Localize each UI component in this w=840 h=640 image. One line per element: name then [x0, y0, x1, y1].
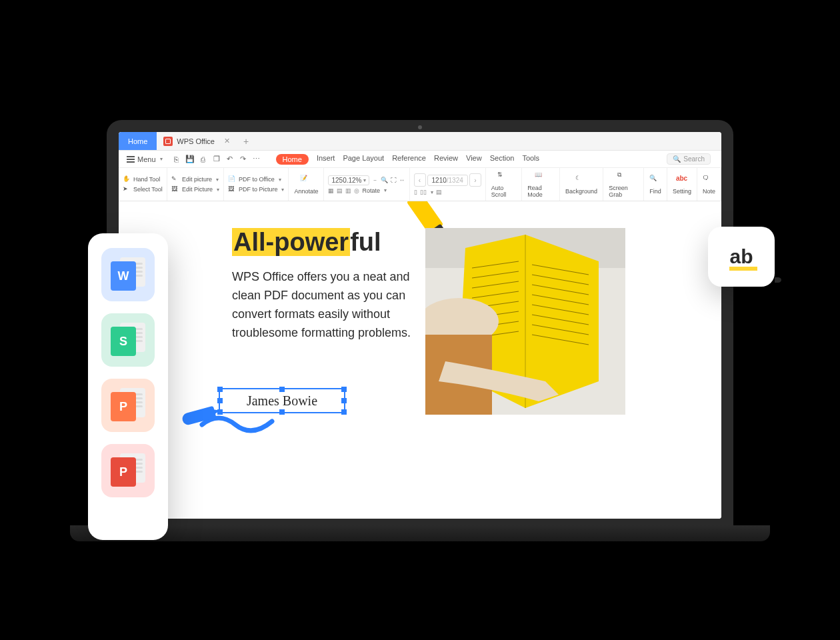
laptop-frame: Home WPS Office ✕ + Menu ▾ ⎘ 💾 ⎙ ❐ ↶ ↷	[107, 120, 733, 527]
ribbon-tab-insert[interactable]: Insert	[317, 154, 335, 165]
annotate-button[interactable]: 📝 Annotate	[289, 168, 324, 201]
document-photo	[425, 228, 625, 415]
writer-icon: W	[111, 261, 136, 291]
app-window: Home WPS Office ✕ + Menu ▾ ⎘ 💾 ⎙ ❐ ↶ ↷	[119, 132, 721, 519]
layout3-icon[interactable]: ▤	[436, 189, 442, 195]
spreadsheet-app-tile[interactable]: S	[101, 313, 155, 367]
undo-icon[interactable]: ↶	[225, 155, 235, 164]
print-preview-icon[interactable]: ❐	[212, 155, 221, 164]
find-icon: 🔍	[649, 175, 661, 187]
tab-add-icon[interactable]: +	[243, 136, 249, 147]
fit-width-icon[interactable]: ↔	[399, 177, 405, 183]
search-placeholder: Search	[683, 155, 705, 163]
hamburger-icon	[127, 159, 135, 160]
tab-document[interactable]: WPS Office ✕	[157, 137, 237, 146]
page-prev-button[interactable]: ‹	[414, 173, 426, 187]
find-button[interactable]: 🔍Find	[644, 168, 667, 201]
print-icon[interactable]: ⎙	[199, 155, 208, 164]
signature-text: James Bowie	[220, 393, 344, 409]
ribbon-tab-reference[interactable]: Reference	[392, 154, 426, 165]
ribbon-tab-tools[interactable]: Tools	[522, 154, 539, 165]
auto-scroll-icon: ⇅	[497, 171, 509, 183]
more-icon[interactable]: ⋯	[252, 155, 261, 164]
zoom-input[interactable]: 1250.12%▾	[328, 175, 369, 185]
quick-access-toolbar: ⎘ 💾 ⎙ ❐ ↶ ↷ ⋯	[172, 155, 261, 164]
chevron-down-icon: ▾	[160, 156, 163, 162]
presentation-icon: P	[111, 392, 136, 421]
thumb2-icon[interactable]: ▤	[337, 187, 343, 194]
writer-app-tile[interactable]: W	[101, 248, 155, 301]
screenshot-icon: ⧉	[617, 171, 629, 183]
document-body-text: WPS Office offers you a neat and clean P…	[232, 268, 412, 343]
document-canvas[interactable]: All-powerful WPS Office offers you a nea…	[119, 201, 721, 519]
layout1-icon[interactable]: ▯	[414, 189, 417, 195]
screen-grab-button[interactable]: ⧉Screen Grab	[603, 168, 644, 201]
ribbon-tabs: Home Insert Page Layout Reference Review…	[276, 154, 540, 165]
thumb4-icon[interactable]: ◎	[354, 187, 359, 194]
setting-button[interactable]: abcSetting	[667, 168, 697, 201]
zoom-out-icon[interactable]: －	[372, 176, 378, 185]
pdf-to-picture-button[interactable]: 🖼PDF to Picture▾	[228, 185, 285, 193]
export-image-icon: 🖼	[228, 185, 236, 193]
note-button[interactable]: 🗨Note	[697, 168, 721, 201]
thumb3-icon[interactable]: ▥	[345, 187, 351, 194]
menu-button[interactable]: Menu ▾	[123, 154, 167, 165]
ribbon-tab-view[interactable]: View	[466, 154, 482, 165]
laptop-base	[70, 525, 770, 541]
text-highlight-card[interactable]: ab	[708, 227, 775, 287]
thumb1-icon[interactable]: ▦	[328, 187, 334, 194]
spreadsheet-icon: S	[111, 327, 136, 356]
zoom-in-icon[interactable]: 🔍	[381, 177, 388, 183]
annotate-icon: 📝	[300, 175, 312, 187]
image-icon: 🖼	[171, 185, 179, 193]
tab-home[interactable]: Home	[119, 132, 157, 150]
read-mode-button[interactable]: 📖Read Mode	[522, 168, 560, 201]
page-next-button[interactable]: ›	[469, 173, 481, 187]
book-icon: 📖	[535, 171, 547, 183]
moon-icon: ☾	[575, 175, 587, 187]
abc-icon: abc	[676, 175, 688, 187]
ab-label: ab	[729, 245, 753, 268]
ribbon-tab-section[interactable]: Section	[490, 154, 515, 165]
edit-picture-button[interactable]: ✎Edit picture▾	[171, 175, 219, 183]
app-launcher-panel: W S P P	[88, 233, 168, 540]
tab-document-label: WPS Office	[177, 137, 215, 145]
titlebar: Home WPS Office ✕ +	[119, 132, 721, 151]
fit-page-icon[interactable]: ⛶	[391, 177, 397, 183]
hand-tool-button[interactable]: ✋Hand Tool	[123, 175, 163, 183]
pdf-app-tile[interactable]: P	[101, 444, 155, 497]
background-button[interactable]: ☾Background	[560, 168, 603, 201]
pdf-to-office-button[interactable]: 📄PDF to Office▾	[228, 175, 285, 183]
search-icon: 🔍	[673, 155, 681, 163]
rotate-button[interactable]: Rotate	[362, 187, 380, 194]
layout2-icon[interactable]: ▯▯	[420, 189, 427, 195]
convert-icon: 📄	[228, 175, 236, 183]
ribbon-tab-home[interactable]: Home	[276, 154, 309, 165]
pdf-doc-icon	[163, 137, 173, 146]
ribbon-tab-review[interactable]: Review	[434, 154, 458, 165]
ab-flourish-icon	[775, 277, 781, 283]
presentation-app-tile[interactable]: P	[101, 379, 155, 432]
auto-scroll-button[interactable]: ⇅Auto Scroll	[486, 168, 522, 201]
ribbon-tab-page-layout[interactable]: Page Layout	[343, 154, 384, 165]
edit-picture-2-button[interactable]: 🖼Edit Picture▾	[171, 185, 219, 193]
tab-close-icon[interactable]: ✕	[224, 137, 230, 145]
select-tool-button[interactable]: ➤Select Tool	[123, 185, 163, 193]
hand-icon: ✋	[123, 175, 131, 183]
document-headline: All-powerful	[232, 228, 381, 257]
menu-label: Menu	[137, 155, 156, 163]
menubar: Menu ▾ ⎘ 💾 ⎙ ❐ ↶ ↷ ⋯ Home Insert Page La…	[119, 151, 721, 168]
cursor-icon: ➤	[123, 185, 131, 193]
note-icon: 🗨	[703, 175, 715, 187]
pdf-icon: P	[111, 457, 136, 487]
headline-rest-part: ful	[350, 228, 381, 256]
search-input[interactable]: 🔍 Search	[667, 153, 711, 165]
ribbon-toolbar: ✋Hand Tool ➤Select Tool ✎Edit picture▾ 🖼…	[119, 168, 721, 201]
page-number-input[interactable]: 1210/1324	[427, 175, 468, 186]
headline-highlighted-part: All-power	[232, 228, 350, 256]
edit-icon: ✎	[171, 175, 179, 183]
open-icon[interactable]: ⎘	[172, 155, 181, 164]
redo-icon[interactable]: ↷	[239, 155, 248, 164]
save-icon[interactable]: 💾	[185, 155, 195, 164]
